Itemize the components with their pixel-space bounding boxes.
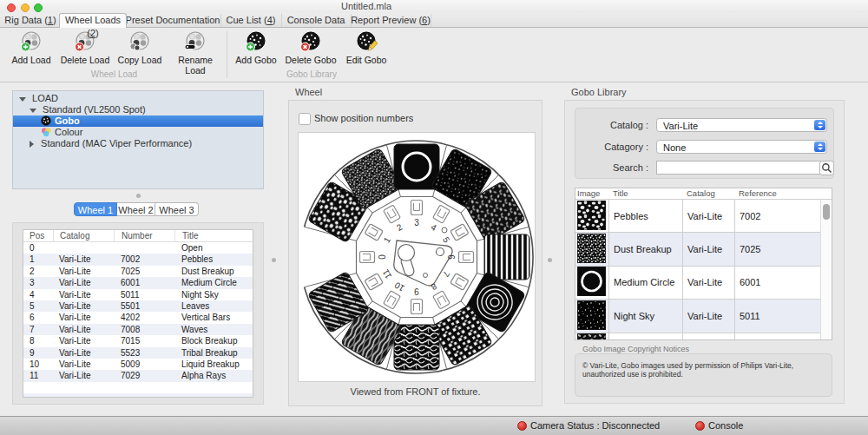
table-row[interactable]: 6Vari-Lite4202Vertical Bars: [23, 312, 253, 323]
copy-load-icon: [113, 30, 167, 54]
close-window-button[interactable]: [7, 3, 16, 12]
add-load-icon: [5, 30, 57, 54]
search-label: Search :: [588, 162, 648, 173]
toolbar-group-gobo-library: Gobo Library: [231, 69, 392, 79]
tree-item-load[interactable]: LOAD: [13, 93, 263, 104]
tree-item-standard-vl2500[interactable]: Standard (VL2500 Spot): [13, 104, 263, 115]
tab-wheel-loads[interactable]: Wheel Loads (2): [59, 13, 127, 28]
scrollbar-thumb[interactable]: [823, 204, 830, 220]
table-row[interactable]: 3Vari-Lite6001Medium Circle: [23, 277, 253, 288]
table-row[interactable]: 7Vari-Lite7008Waves: [23, 324, 253, 335]
svg-text:3: 3: [414, 218, 419, 227]
gobo-thumbnail-partial: [575, 333, 608, 340]
gobo-wheel-diagram: 01234567891011: [299, 133, 535, 381]
table-row[interactable]: 9Vari-Lite5523Tribal Breakup: [23, 347, 253, 359]
add-gobo-icon: [231, 30, 281, 54]
rename-load-button[interactable]: Rename Load: [168, 30, 223, 69]
edit-gobo-button[interactable]: Edit Gobo: [340, 30, 392, 69]
tab-rig-data[interactable]: Rig Data (1): [2, 14, 60, 27]
status-bar: Camera Status : Disconnected Console: [0, 416, 868, 435]
wheel-3-segment[interactable]: Wheel 3: [155, 202, 199, 216]
delete-load-button[interactable]: Delete Load: [57, 30, 113, 69]
tree-item-gobo[interactable]: Gobo: [13, 115, 263, 127]
table-row[interactable]: 2Vari-Lite7025Dust Breakup: [23, 266, 253, 277]
category-popup[interactable]: None: [656, 140, 827, 154]
disclosure-right-icon[interactable]: [30, 141, 34, 148]
tree-item-colour[interactable]: Colour: [13, 127, 263, 138]
toolbar-group-wheel-load: Wheel Load: [5, 69, 223, 79]
camera-status: Camera Status : Disconnected: [517, 420, 660, 431]
wheel-caption: Viewed from FRONT of fixture.: [289, 386, 542, 397]
splitter-handle[interactable]: [136, 194, 141, 198]
main-tab-bar: Rig Data (1) Wheel Loads (2) Preset Docu…: [0, 13, 868, 28]
svg-text:0: 0: [378, 254, 387, 260]
wheel-2-segment[interactable]: Wheel 2: [117, 202, 155, 216]
popup-stepper-icon: [814, 120, 825, 130]
table-row[interactable]: 11Vari-Lite7029Alpha Rays: [23, 370, 253, 381]
console-status-dot-icon: [695, 421, 705, 431]
scrollbar-track[interactable]: [820, 200, 832, 339]
console-status[interactable]: Console: [695, 420, 743, 431]
gobo-table-row[interactable]: Dust Breakup Vari-Lite 7025: [575, 233, 832, 266]
delete-gobo-button[interactable]: Delete Gobo: [283, 30, 339, 69]
gobo-thumbnail-medium-circle: [575, 267, 608, 298]
colour-icon: [41, 127, 51, 137]
gobo-filter-box: Catalog : Vari-Lite Catagory : None Sear…: [575, 108, 834, 179]
gobo-library-section-label: Gobo Library: [571, 87, 627, 97]
gobo-table-row[interactable]: Pebbles Vari-Lite 7002: [575, 200, 832, 233]
wheel-1-segment[interactable]: Wheel 1: [74, 202, 117, 216]
gobo-table-row[interactable]: Medium Circle Vari-Lite 6001: [575, 267, 832, 300]
copy-load-button[interactable]: Copy Load: [113, 30, 167, 69]
table-row-empty: [23, 393, 253, 398]
table-row[interactable]: 10Vari-Lite5009Liquid Breakup: [23, 359, 253, 370]
gobo-table-row[interactable]: [575, 333, 832, 340]
toolbar: Add Load Delete Load Copy Load Rename Lo…: [0, 28, 868, 82]
gobo-thumbnail-dust-breakup: [575, 234, 608, 265]
splitter-handle[interactable]: [548, 258, 552, 262]
table-row[interactable]: 8Vari-Lite7015Block Breakup: [23, 335, 253, 346]
popup-stepper-icon: [814, 142, 825, 152]
load-tree-panel: LOAD Standard (VL2500 Spot) Gobo Colour …: [12, 90, 264, 189]
wheel-section-label: Wheel: [295, 87, 322, 97]
app-window: Untitled.mla Rig Data (1) Wheel Loads (2…: [0, 0, 868, 435]
title-bar: Untitled.mla: [0, 0, 868, 13]
tab-report-preview[interactable]: Report Preview (6): [351, 14, 431, 27]
copyright-box: © Vari-Lite, Gobo images used by permiss…: [575, 353, 832, 397]
svg-text:9: 9: [414, 287, 419, 296]
disclosure-down-icon[interactable]: [30, 109, 36, 113]
search-input[interactable]: [656, 161, 825, 175]
tab-console-data[interactable]: Console Data (5): [281, 14, 352, 27]
table-row-empty: [23, 382, 253, 393]
show-position-numbers-checkbox[interactable]: [299, 113, 311, 125]
add-gobo-button[interactable]: Add Gobo: [231, 30, 281, 69]
table-row[interactable]: 0Open: [23, 242, 253, 254]
minimize-window-button[interactable]: [21, 3, 30, 12]
tab-cue-list[interactable]: Cue List (4): [220, 14, 282, 27]
category-label: Catagory :: [588, 142, 648, 152]
tab-preset-documentation[interactable]: Preset Documentation (3): [125, 14, 221, 27]
table-header: Pos Catalog Number Title: [23, 230, 253, 242]
table-header: Image Title Catalog Reference: [575, 188, 832, 200]
catalog-popup[interactable]: Vari-Lite: [656, 118, 827, 132]
table-row[interactable]: 1Vari-Lite7002Pebbles: [23, 254, 253, 265]
add-load-button[interactable]: Add Load: [5, 30, 57, 69]
wheel-diagram-area: 01234567891011: [298, 132, 536, 382]
gobo-table-row[interactable]: Night Sky Vari-Lite 5011: [575, 300, 832, 333]
edit-gobo-icon: [340, 30, 392, 54]
tree-item-standard-mac-viper[interactable]: Standard (MAC Viper Performance): [13, 138, 263, 149]
gobo-thumbnail-pebbles: [575, 201, 608, 232]
toolbar-group-divider: [227, 31, 227, 78]
splitter-handle[interactable]: [272, 258, 276, 262]
copyright-notices-label: Gobo Image Copyright Notices: [582, 345, 689, 353]
gobo-library-table: Image Title Catalog Reference Pebbles Va…: [575, 188, 832, 340]
window-title: Untitled.mla: [297, 1, 436, 11]
checkbox-label: Show position numbers: [314, 113, 413, 123]
disclosure-down-icon[interactable]: [19, 97, 26, 102]
table-row[interactable]: 4Vari-Lite5011Night Sky: [23, 289, 253, 300]
rename-load-icon: [168, 30, 223, 54]
zoom-window-button[interactable]: [34, 3, 43, 12]
table-row[interactable]: 5Vari-Lite5501Leaves: [23, 300, 253, 312]
search-button[interactable]: [819, 161, 834, 175]
wheel-load-table-box: Pos Catalog Number Title 0Open 1Vari-Lit…: [12, 222, 264, 405]
search-icon: [821, 162, 832, 174]
